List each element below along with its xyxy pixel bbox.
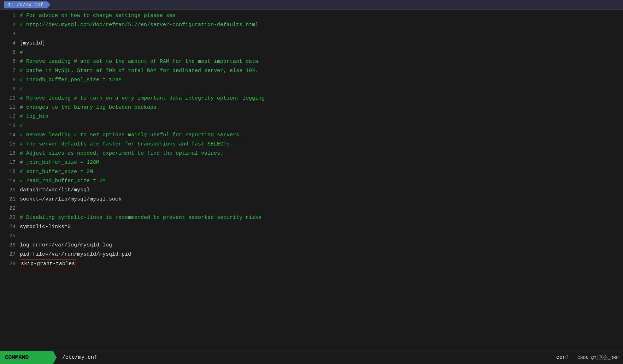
line-content: # cache in MySQL. Start at 70% of total … [20, 66, 258, 76]
editor-line: 12# log_bin [0, 112, 623, 121]
line-content: datadir=/var/lib/mysql [20, 186, 90, 195]
editor-line: 7# cache in MySQL. Start at 70% of total… [0, 66, 623, 76]
title-bar-text: 1: /e/my.cnf [4, 1, 51, 8]
line-number: 10 [3, 94, 16, 103]
line-content: # The server defaults are faster for tra… [20, 140, 233, 149]
line-content: pid-file=/var/run/mysqld/mysqld.pid [20, 250, 131, 259]
line-number: 14 [3, 131, 16, 140]
line-number: 8 [3, 76, 16, 85]
editor-line: 5# [0, 48, 623, 57]
line-content: # Remove leading # and set to the amount… [20, 57, 258, 66]
line-number: 17 [3, 158, 16, 167]
editor-line: 2# http://dev.mysql.com/doc/refman/5.7/e… [0, 20, 623, 30]
line-number: 6 [3, 57, 16, 66]
line-number: 22 [3, 204, 16, 213]
line-number: 24 [3, 222, 16, 232]
editor-line: 16# Adjust sizes as needed, experiment t… [0, 149, 623, 158]
line-number: 11 [3, 103, 16, 112]
editor-line: 4[mysqld] [0, 39, 623, 48]
line-number: 13 [3, 121, 16, 131]
editor-line: 28skip-grant-tables [0, 259, 623, 269]
title-bar: 1: /e/my.cnf [0, 0, 623, 10]
editor-line: 1# For advice on how to change settings … [0, 11, 623, 20]
line-content: [mysqld] [20, 39, 45, 48]
line-number: 20 [3, 186, 16, 195]
status-filepath: /etc/my.cnf [57, 354, 556, 360]
line-content: # [20, 48, 23, 57]
line-number: 2 [3, 20, 16, 30]
line-number: 1 [3, 11, 16, 20]
line-content: # [20, 85, 23, 94]
status-command: COMMAND [0, 351, 57, 364]
line-content: log-error=/var/log/mysqld.log [20, 241, 112, 250]
line-number: 15 [3, 140, 16, 149]
editor-line: 9# [0, 85, 623, 94]
line-number: 3 [3, 30, 16, 39]
line-number: 16 [3, 149, 16, 158]
line-number: 28 [3, 259, 16, 269]
editor-line: 14# Remove leading # to set options main… [0, 131, 623, 140]
line-number: 4 [3, 39, 16, 48]
line-number: 21 [3, 195, 16, 204]
editor-body[interactable]: 1# For advice on how to change settings … [0, 10, 623, 351]
editor-line: 11# changes to the binary log between ba… [0, 103, 623, 112]
line-content: socket=/var/lib/mysql/mysql.sock [20, 195, 122, 204]
line-number: 12 [3, 112, 16, 121]
editor-line: 13# [0, 121, 623, 131]
editor-line: 17# join_buffer_size = 128M [0, 158, 623, 167]
line-content: # innodb_buffer_pool_size = 128M [20, 76, 122, 85]
editor-line: 19# read_rnd_buffer_size = 2M [0, 177, 623, 186]
editor-line: 25 [0, 232, 623, 241]
editor-line: 27pid-file=/var/run/mysqld/mysqld.pid [0, 250, 623, 259]
line-content: # log_bin [20, 112, 48, 121]
editor-line: 10# Remove leading # to turn on a very i… [0, 94, 623, 103]
line-content: # [20, 121, 23, 131]
line-number: 7 [3, 66, 16, 76]
status-bar: COMMAND /etc/my.cnf conf CSDN @社区会_DBP [0, 351, 623, 364]
editor-line: 23# Disabling symbolic-links is recommen… [0, 213, 623, 222]
line-content: # http://dev.mysql.com/doc/refman/5.7/en… [20, 20, 258, 30]
line-content: # Remove leading # to turn on a very imp… [20, 94, 265, 103]
line-content: # join_buffer_size = 128M [20, 158, 99, 167]
editor-line: 15# The server defaults are faster for t… [0, 140, 623, 149]
editor-line: 22 [0, 204, 623, 213]
line-content: # Disabling symbolic-links is recommende… [20, 213, 261, 222]
line-content: # For advice on how to change settings p… [20, 11, 176, 20]
editor-line: 8# innodb_buffer_pool_size = 128M [0, 76, 623, 85]
line-content: symbolic-links=0 [20, 222, 71, 232]
editor-line: 21socket=/var/lib/mysql/mysql.sock [0, 195, 623, 204]
line-content: # read_rnd_buffer_size = 2M [20, 177, 106, 186]
line-number: 27 [3, 250, 16, 259]
editor-line: 18# sort_buffer_size = 2M [0, 167, 623, 177]
editor-line: 20datadir=/var/lib/mysql [0, 186, 623, 195]
line-number: 26 [3, 241, 16, 250]
line-content: # Adjust sizes as needed, experiment to … [20, 149, 223, 158]
line-content: # changes to the binary log between back… [20, 103, 160, 112]
line-container: 1# For advice on how to change settings … [0, 10, 623, 270]
editor-line: 6# Remove leading # and set to the amoun… [0, 57, 623, 66]
conf-label: conf [556, 354, 569, 360]
editor-line: 24symbolic-links=0 [0, 222, 623, 232]
line-number: 5 [3, 48, 16, 57]
line-number: 9 [3, 85, 16, 94]
line-number: 19 [3, 177, 16, 186]
line-number: 25 [3, 232, 16, 241]
line-content: skip-grant-tables [20, 259, 76, 269]
line-number: 23 [3, 213, 16, 222]
editor-line: 26log-error=/var/log/mysqld.log [0, 241, 623, 250]
status-watermark: CSDN @社区会_DBP [573, 354, 623, 361]
line-number: 18 [3, 167, 16, 177]
editor-line: 3 [0, 30, 623, 39]
line-content: # Remove leading # to set options mainly… [20, 131, 242, 140]
line-content: # sort_buffer_size = 2M [20, 167, 93, 177]
editor-container: 1: /e/my.cnf 1# For advice on how to cha… [0, 0, 623, 364]
